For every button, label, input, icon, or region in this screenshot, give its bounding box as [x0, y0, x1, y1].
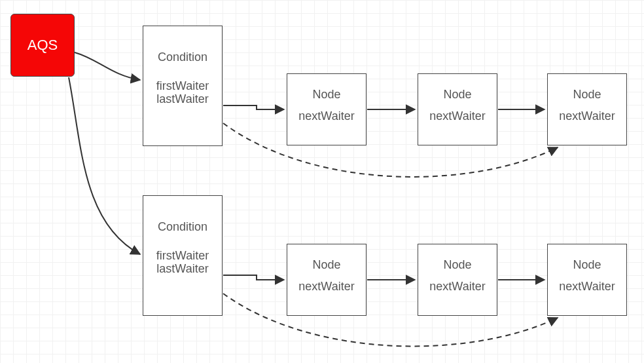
node-field: nextWaiter [559, 279, 615, 294]
node-title: Node [573, 258, 601, 273]
condition-box-2: Condition firstWaiter lastWaiter [143, 195, 223, 316]
aqs-box: AQS [10, 14, 75, 77]
condition-lastwaiter: lastWaiter [156, 92, 209, 106]
node-field: nextWaiter [559, 109, 615, 124]
arrow-aqs-to-cond1 [75, 52, 140, 80]
node-box-2-2: Node nextWaiter [418, 244, 497, 316]
condition-lastwaiter: lastWaiter [156, 262, 209, 276]
condition-title: Condition [158, 220, 207, 235]
arrow-lastwaiter-r1 [223, 123, 558, 177]
node-field: nextWaiter [298, 279, 354, 294]
node-field: nextWaiter [429, 109, 485, 124]
node-box-1-3: Node nextWaiter [547, 73, 627, 145]
condition-title: Condition [158, 50, 207, 65]
node-box-2-3: Node nextWaiter [547, 244, 627, 316]
node-title: Node [312, 258, 340, 273]
node-box-1-1: Node nextWaiter [287, 73, 367, 145]
diagram-canvas: AQS Condition firstWaiter lastWaiter Nod… [0, 0, 644, 363]
arrow-firstwaiter-r2 [223, 275, 284, 280]
node-title: Node [443, 87, 471, 102]
node-title: Node [312, 87, 340, 102]
node-field: nextWaiter [298, 109, 354, 124]
condition-box-1: Condition firstWaiter lastWaiter [143, 26, 223, 146]
arrow-firstwaiter-r1 [223, 105, 284, 109]
node-box-2-1: Node nextWaiter [287, 244, 367, 316]
node-box-1-2: Node nextWaiter [418, 73, 497, 145]
node-title: Node [573, 87, 601, 102]
condition-firstwaiter: firstWaiter [156, 79, 209, 93]
arrow-aqs-to-cond2 [69, 77, 140, 254]
node-field: nextWaiter [429, 279, 485, 294]
arrow-lastwaiter-r2 [223, 294, 558, 346]
node-title: Node [443, 258, 471, 273]
condition-firstwaiter: firstWaiter [156, 249, 209, 263]
aqs-label: AQS [27, 36, 58, 54]
